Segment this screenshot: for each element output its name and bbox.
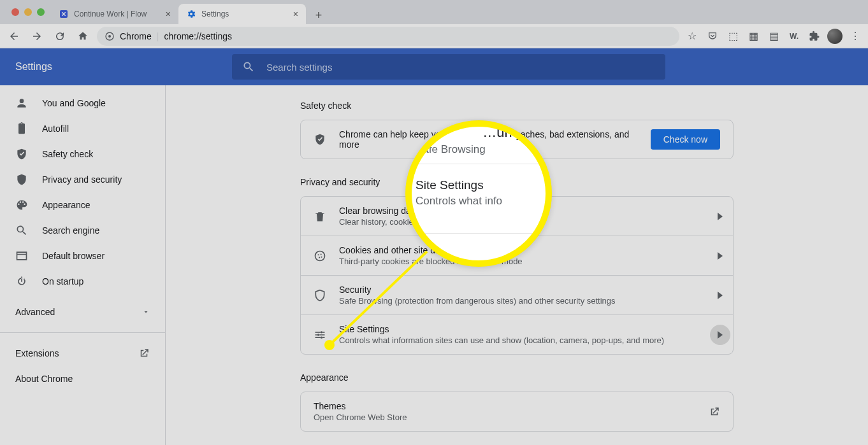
browser-toolbar: Chrome | chrome://settings ☆ ⬚ ▦ ▤ W. ⋮: [0, 24, 868, 48]
section-heading-safety: Safety check: [300, 101, 734, 111]
chevron-right-icon: [710, 206, 730, 227]
sidebar-item-search-engine[interactable]: Search engine: [0, 218, 165, 243]
tune-icon: [314, 328, 326, 341]
search-input[interactable]: [265, 61, 655, 73]
close-window-icon[interactable]: [11, 8, 19, 16]
svg-point-8: [321, 331, 322, 333]
back-button[interactable]: [5, 27, 23, 45]
safety-check-text: Chrome can help keep you safe from data …: [339, 129, 638, 150]
sidebar-item-you-and-google[interactable]: You and Google: [0, 90, 165, 116]
close-tab-icon[interactable]: ×: [166, 9, 171, 19]
power-icon: [15, 275, 28, 288]
section-heading-appearance: Appearance: [300, 372, 734, 383]
extension-icon[interactable]: W.: [786, 29, 802, 44]
external-link-icon: [709, 406, 720, 418]
row-title: Site Settings: [339, 324, 697, 334]
svg-point-2: [108, 35, 111, 38]
svg-point-6: [319, 257, 320, 258]
favicon-icon: [59, 9, 69, 19]
privacy-card: Clear browsing dataClear history, cookie…: [300, 196, 734, 355]
clipboard-icon: [15, 122, 28, 135]
row-clear-browsing-data[interactable]: Clear browsing dataClear history, cookie…: [301, 197, 733, 236]
sidebar-item-label: You and Google: [42, 98, 106, 108]
palette-icon: [15, 199, 28, 211]
sidebar-item-label: Advanced: [15, 307, 55, 317]
extension-icon[interactable]: ▦: [746, 29, 761, 44]
settings-header: Settings: [0, 48, 868, 85]
kebab-menu-icon[interactable]: ⋮: [848, 29, 863, 44]
sidebar-item-safety-check[interactable]: Safety check: [0, 141, 165, 167]
tab-settings[interactable]: Settings ×: [178, 4, 306, 24]
row-title: Clear browsing data: [339, 206, 697, 216]
sidebar-item-label: Appearance: [42, 200, 90, 210]
sidebar-extensions-link[interactable]: Extensions: [0, 341, 165, 366]
sidebar-item-privacy[interactable]: Privacy and security: [0, 167, 165, 192]
person-icon: [15, 97, 28, 109]
sidebar-item-label: Privacy and security: [42, 174, 122, 185]
row-subtitle: Controls what information sites can use …: [339, 336, 697, 345]
appearance-card: ThemesOpen Chrome Web Store: [300, 392, 734, 432]
sidebar-item-label: Safety check: [42, 149, 93, 159]
cookie-icon: [314, 250, 326, 262]
tab-flow[interactable]: Continue Work | Flow ×: [51, 4, 178, 24]
tab-title: Continue Work | Flow: [74, 10, 161, 18]
shield-icon: [15, 173, 28, 186]
sidebar-item-appearance[interactable]: Appearance: [0, 192, 165, 218]
chevron-down-icon: [142, 308, 150, 316]
safety-check-card: Chrome can help keep you safe from data …: [300, 120, 734, 159]
omnibox-label: Chrome: [120, 31, 152, 41]
row-subtitle: Third-party cookies are blocked in Incog…: [339, 257, 697, 266]
sidebar-about-link[interactable]: About Chrome: [0, 366, 165, 392]
bookmark-star-icon[interactable]: ☆: [684, 29, 700, 44]
svg-point-10: [321, 336, 322, 338]
search-settings[interactable]: [232, 54, 665, 80]
sidebar-item-autofill[interactable]: Autofill: [0, 116, 165, 141]
chevron-right-icon: [710, 246, 730, 266]
new-tab-button[interactable]: +: [310, 6, 328, 24]
svg-point-9: [317, 334, 319, 336]
divider: [0, 332, 165, 333]
browser-icon: [15, 250, 28, 262]
settings-sidebar: You and Google Autofill Safety check Pri…: [0, 85, 166, 445]
sidebar-item-label: Autofill: [42, 124, 69, 134]
profile-avatar[interactable]: [827, 29, 843, 44]
maximize-window-icon[interactable]: [37, 8, 45, 16]
svg-point-5: [321, 253, 322, 255]
close-tab-icon[interactable]: ×: [293, 9, 298, 19]
extension-icon[interactable]: ⬚: [725, 29, 741, 44]
tab-title: Settings: [201, 10, 288, 18]
extensions-puzzle-icon[interactable]: [807, 29, 822, 44]
row-title: Themes: [314, 401, 696, 411]
gear-icon: [186, 9, 196, 19]
sidebar-item-label: On startup: [42, 276, 83, 286]
check-now-button[interactable]: Check now: [651, 129, 720, 150]
sidebar-item-default-browser[interactable]: Default browser: [0, 243, 165, 269]
page-title: Settings: [15, 61, 232, 73]
row-themes[interactable]: ThemesOpen Chrome Web Store: [301, 392, 733, 431]
row-subtitle: Clear history, cookies, cache, and more: [339, 217, 697, 227]
search-icon: [242, 60, 255, 73]
home-button[interactable]: [74, 27, 92, 45]
svg-point-3: [315, 251, 325, 260]
row-security[interactable]: SecuritySafe Browsing (protection from d…: [301, 275, 733, 314]
sidebar-item-on-startup[interactable]: On startup: [0, 269, 165, 294]
row-site-settings[interactable]: Site SettingsControls what information s…: [301, 314, 733, 354]
address-bar[interactable]: Chrome | chrome://settings: [97, 27, 679, 46]
sidebar-advanced-toggle[interactable]: Advanced: [0, 299, 165, 325]
row-subtitle: Safe Browsing (protection from dangerous…: [339, 296, 697, 306]
pocket-icon[interactable]: [705, 29, 720, 44]
extension-icon[interactable]: ▤: [766, 29, 781, 44]
trash-icon: [314, 210, 326, 223]
row-subtitle: Open Chrome Web Store: [314, 413, 696, 422]
row-cookies[interactable]: Cookies and other site dataThird-party c…: [301, 236, 733, 275]
search-icon: [15, 224, 28, 237]
svg-point-7: [321, 256, 322, 257]
reload-button[interactable]: [51, 27, 69, 45]
chevron-right-icon: [710, 325, 730, 345]
chevron-right-icon: [710, 285, 730, 306]
browser-tabstrip: Continue Work | Flow × Settings × +: [0, 0, 868, 24]
settings-content: Safety check Chrome can help keep you sa…: [166, 85, 868, 445]
forward-button[interactable]: [28, 27, 46, 45]
minimize-window-icon[interactable]: [24, 8, 32, 16]
row-title: Cookies and other site data: [339, 245, 697, 255]
